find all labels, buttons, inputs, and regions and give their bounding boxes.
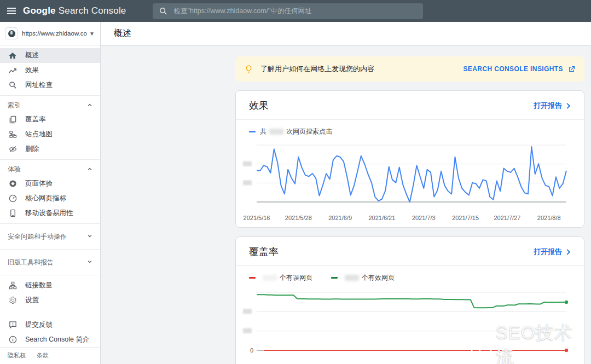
sidebar-item-removals[interactable]: 删除 xyxy=(0,142,100,157)
spacer xyxy=(0,308,100,317)
logo-brand: Google xyxy=(23,5,56,16)
blue-dash-icon xyxy=(249,131,256,132)
sidebar-item-core-web-vitals[interactable]: 核心网页指标 xyxy=(0,191,100,206)
search-icon xyxy=(8,81,17,90)
link-graph-icon xyxy=(8,281,17,290)
sidebar-item-label: 效果 xyxy=(25,66,39,75)
url-inspect-input[interactable] xyxy=(174,7,416,15)
x-tick-label: 2021/7/27 xyxy=(494,215,520,221)
app-logo: GoogleSearch Console xyxy=(23,5,126,16)
x-tick-label: 2021/5/28 xyxy=(285,215,312,221)
sidebar-item-sitemaps[interactable]: 站点地图 xyxy=(0,127,100,142)
performance-x-axis: 2021/5/162021/5/282021/6/92021/6/212021/… xyxy=(241,213,578,224)
legend-suffix: 次网页搜索点击 xyxy=(286,127,332,136)
banner-message: 了解用户如何在网络上发现您的内容 xyxy=(260,64,374,74)
section-experience[interactable]: 体验 xyxy=(0,163,100,176)
sidebar-item-settings[interactable]: 设置 xyxy=(0,293,100,308)
sidebar-item-label: Search Console 简介 xyxy=(25,335,89,344)
legend-prefix: 共 xyxy=(260,127,266,136)
page-header: 概述 xyxy=(101,22,591,45)
divider xyxy=(0,275,100,275)
property-url: https://www.zhidaow.com/ xyxy=(22,30,87,37)
privacy-link[interactable]: 隐私权 xyxy=(8,351,26,360)
hamburger-menu-icon[interactable] xyxy=(0,0,23,22)
smartphone-icon xyxy=(8,209,17,218)
sidebar-item-label: 设置 xyxy=(25,296,39,305)
section-label: 安全问题和手动操作 xyxy=(8,232,67,241)
x-tick-label: 2021/6/21 xyxy=(368,215,395,221)
sidebar-item-label: 概述 xyxy=(25,51,39,60)
x-tick-label: 2021/7/3 xyxy=(412,215,436,221)
sidebar-footer: 隐私权 条款 xyxy=(0,347,100,364)
sidebar-item-label: 网址检查 xyxy=(25,80,53,90)
chevron-down-icon: ▼ xyxy=(89,31,95,37)
chevron-right-icon xyxy=(566,103,571,109)
page-experience-icon xyxy=(8,180,17,188)
sidebar-item-label: 覆盖率 xyxy=(25,115,46,124)
x-tick-label: 2021/8/8 xyxy=(537,215,561,221)
section-security-manual-actions[interactable]: 安全问题和手动操作 xyxy=(0,227,100,246)
performance-card-title: 效果 xyxy=(249,99,269,112)
x-tick-label: 2021/5/16 xyxy=(244,215,270,221)
chevron-up-icon xyxy=(87,102,92,109)
sidebar-item-performance[interactable]: 效果 xyxy=(0,63,100,78)
coverage-legend: 个有误网页 个有效网页 xyxy=(236,266,584,284)
pages-copy-icon xyxy=(8,115,17,124)
search-console-insights-link[interactable]: SEARCH CONSOLE INSIGHTS xyxy=(463,65,576,73)
redacted-value xyxy=(269,129,283,135)
open-report-label: 打开报告 xyxy=(534,247,562,257)
url-inspect-searchbox[interactable] xyxy=(153,3,423,19)
valid-pages-label: 个有效网页 xyxy=(362,273,395,282)
gear-icon xyxy=(8,296,17,305)
performance-card: 效果 打开报告 共 次网页搜索点击 xyxy=(235,90,584,228)
divider xyxy=(0,95,100,96)
coverage-card-title: 覆盖率 xyxy=(249,245,279,258)
sidebar-item-label: 移动设备易用性 xyxy=(25,209,73,218)
property-selector[interactable]: https://www.zhidaow.com/ ▼ xyxy=(0,22,100,45)
google-search-console-app: GoogleSearch Console https://www.zhidaow… xyxy=(0,0,591,364)
trending-up-icon xyxy=(8,66,17,75)
sidebar-item-label: 删除 xyxy=(25,145,39,154)
sidebar-item-label: 页面体验 xyxy=(25,179,53,188)
insights-banner: 了解用户如何在网络上发现您的内容 SEARCH CONSOLE INSIGHTS xyxy=(235,56,584,82)
sidebar-item-page-experience[interactable]: 页面体验 xyxy=(0,176,100,191)
info-icon xyxy=(8,336,17,344)
property-favicon xyxy=(5,27,18,39)
sidebar-item-label: 站点地图 xyxy=(25,130,53,139)
sidebar-item-coverage[interactable]: 覆盖率 xyxy=(0,112,100,127)
green-dash-icon xyxy=(331,277,338,279)
sidebar-item-feedback[interactable]: 提交反馈 xyxy=(0,317,100,332)
top-app-bar: GoogleSearch Console xyxy=(0,0,591,22)
sidebar-item-mobile-usability[interactable]: 移动设备易用性 xyxy=(0,206,100,221)
page-title: 概述 xyxy=(114,28,131,39)
home-icon xyxy=(8,51,17,60)
x-tick-label: 2021/7/15 xyxy=(452,215,479,221)
section-index[interactable]: 索引 xyxy=(0,99,100,112)
speedometer-icon xyxy=(8,194,17,203)
sitemap-icon xyxy=(8,130,17,139)
external-link-icon xyxy=(567,65,576,73)
chevron-right-icon xyxy=(566,249,571,255)
coverage-chart-svg: 0 xyxy=(241,286,576,358)
eye-off-icon xyxy=(8,145,17,154)
banner-cta-label: SEARCH CONSOLE INSIGHTS xyxy=(463,65,563,73)
section-label: 旧版工具和报告 xyxy=(8,258,54,267)
redacted-value xyxy=(263,275,277,281)
open-report-label: 打开报告 xyxy=(534,101,562,111)
coverage-open-report-link[interactable]: 打开报告 xyxy=(534,247,571,257)
sidebar-item-about[interactable]: Search Console 简介 xyxy=(0,332,100,347)
sidebar-item-url-inspection[interactable]: 网址检查 xyxy=(0,78,100,93)
sidebar: https://www.zhidaow.com/ ▼ 概述 效果 网址检查 xyxy=(0,22,101,364)
lightbulb-icon xyxy=(244,65,253,74)
sidebar-item-links[interactable]: 链接数量 xyxy=(0,278,100,293)
main-area: 概述 了解用户如何在网络上发现您的内容 SEARCH CONSOLE INSIG… xyxy=(101,22,591,364)
section-legacy-tools[interactable]: 旧版工具和报告 xyxy=(0,252,100,272)
redacted-value xyxy=(345,275,359,281)
sidebar-item-label: 提交反馈 xyxy=(25,320,53,330)
sidebar-item-overview[interactable]: 概述 xyxy=(0,48,100,63)
coverage-x-axis: 2021/5/192021/5/302021/6/102021/6/212021… xyxy=(241,361,578,364)
chevron-down-icon xyxy=(87,233,92,240)
performance-open-report-link[interactable]: 打开报告 xyxy=(534,101,571,111)
terms-link[interactable]: 条款 xyxy=(37,351,49,360)
feedback-icon xyxy=(8,321,17,330)
